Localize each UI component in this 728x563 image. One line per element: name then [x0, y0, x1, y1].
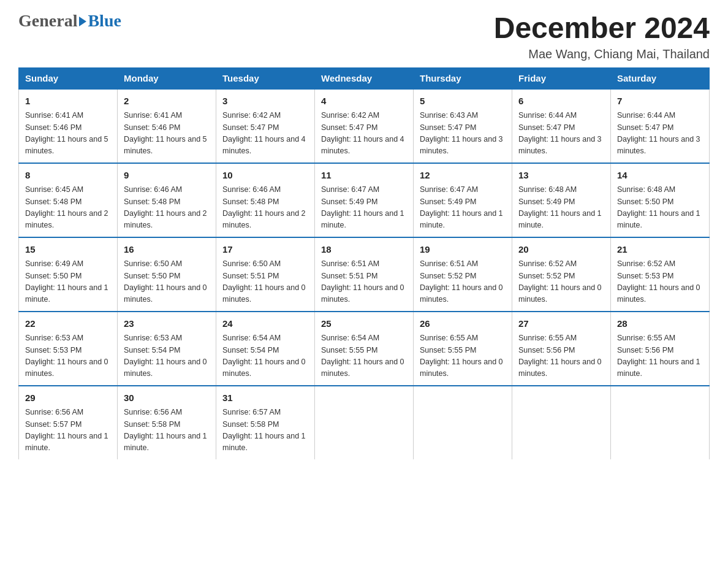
- calendar-cell: 14Sunrise: 6:48 AMSunset: 5:50 PMDayligh…: [611, 163, 710, 237]
- day-info: Sunrise: 6:54 AMSunset: 5:55 PMDaylight:…: [321, 332, 407, 380]
- calendar-cell: 7Sunrise: 6:44 AMSunset: 5:47 PMDaylight…: [611, 89, 710, 163]
- day-number: 4: [321, 94, 407, 109]
- day-number: 15: [25, 243, 111, 257]
- main-title: December 2024: [494, 12, 710, 45]
- calendar-table: Sunday Monday Tuesday Wednesday Thursday…: [18, 67, 710, 459]
- day-info: Sunrise: 6:49 AMSunset: 5:50 PMDaylight:…: [25, 258, 111, 306]
- calendar-cell: 22Sunrise: 6:53 AMSunset: 5:53 PMDayligh…: [19, 312, 118, 386]
- col-monday: Monday: [118, 67, 216, 89]
- calendar-cell: 1Sunrise: 6:41 AMSunset: 5:46 PMDaylight…: [19, 89, 118, 163]
- calendar-cell: [611, 386, 710, 459]
- calendar-cell: 26Sunrise: 6:55 AMSunset: 5:55 PMDayligh…: [414, 312, 512, 386]
- col-friday: Friday: [512, 67, 611, 89]
- day-info: Sunrise: 6:41 AMSunset: 5:46 PMDaylight:…: [124, 110, 210, 158]
- calendar-week-row: 22Sunrise: 6:53 AMSunset: 5:53 PMDayligh…: [19, 312, 710, 386]
- day-number: 3: [222, 94, 308, 109]
- calendar-cell: 8Sunrise: 6:45 AMSunset: 5:48 PMDaylight…: [19, 163, 118, 237]
- logo-triangle-icon: [79, 17, 86, 26]
- day-number: 29: [25, 391, 111, 405]
- day-number: 31: [222, 391, 308, 405]
- logo-blue-word: Blue: [88, 12, 121, 29]
- calendar-cell: 12Sunrise: 6:47 AMSunset: 5:49 PMDayligh…: [414, 163, 512, 237]
- calendar-cell: 2Sunrise: 6:41 AMSunset: 5:46 PMDaylight…: [118, 89, 216, 163]
- day-number: 1: [25, 94, 111, 109]
- day-number: 18: [321, 243, 407, 257]
- day-number: 12: [420, 169, 506, 183]
- day-number: 11: [321, 169, 407, 183]
- day-number: 20: [518, 243, 604, 257]
- calendar-cell: 10Sunrise: 6:46 AMSunset: 5:48 PMDayligh…: [216, 163, 315, 237]
- day-number: 9: [124, 169, 210, 183]
- day-info: Sunrise: 6:48 AMSunset: 5:50 PMDaylight:…: [617, 184, 703, 232]
- day-number: 5: [420, 94, 506, 109]
- day-info: Sunrise: 6:47 AMSunset: 5:49 PMDaylight:…: [420, 184, 506, 232]
- day-number: 14: [617, 169, 703, 183]
- calendar-cell: 4Sunrise: 6:42 AMSunset: 5:47 PMDaylight…: [315, 89, 414, 163]
- day-number: 19: [420, 243, 506, 257]
- day-info: Sunrise: 6:51 AMSunset: 5:52 PMDaylight:…: [420, 258, 506, 306]
- day-info: Sunrise: 6:46 AMSunset: 5:48 PMDaylight:…: [124, 184, 210, 232]
- calendar-cell: 13Sunrise: 6:48 AMSunset: 5:49 PMDayligh…: [512, 163, 611, 237]
- day-number: 26: [420, 317, 506, 331]
- day-info: Sunrise: 6:43 AMSunset: 5:47 PMDaylight:…: [420, 110, 506, 158]
- day-number: 6: [518, 94, 604, 109]
- calendar-week-row: 29Sunrise: 6:56 AMSunset: 5:57 PMDayligh…: [19, 386, 710, 459]
- day-number: 21: [617, 243, 703, 257]
- calendar-week-row: 15Sunrise: 6:49 AMSunset: 5:50 PMDayligh…: [19, 237, 710, 312]
- page-header: General Blue December 2024 Mae Wang, Chi…: [18, 12, 710, 61]
- day-number: 7: [617, 94, 703, 109]
- calendar-cell: 19Sunrise: 6:51 AMSunset: 5:52 PMDayligh…: [414, 237, 512, 312]
- calendar-cell: 29Sunrise: 6:56 AMSunset: 5:57 PMDayligh…: [19, 386, 118, 459]
- calendar-cell: 5Sunrise: 6:43 AMSunset: 5:47 PMDaylight…: [414, 89, 512, 163]
- day-number: 23: [124, 317, 210, 331]
- col-thursday: Thursday: [414, 67, 512, 89]
- day-number: 2: [124, 94, 210, 109]
- day-info: Sunrise: 6:50 AMSunset: 5:50 PMDaylight:…: [124, 258, 210, 306]
- day-info: Sunrise: 6:56 AMSunset: 5:58 PMDaylight:…: [124, 407, 210, 454]
- logo-general-word: General: [18, 11, 77, 30]
- day-info: Sunrise: 6:56 AMSunset: 5:57 PMDaylight:…: [25, 407, 111, 454]
- calendar-cell: 20Sunrise: 6:52 AMSunset: 5:52 PMDayligh…: [512, 237, 611, 312]
- calendar-cell: 6Sunrise: 6:44 AMSunset: 5:47 PMDaylight…: [512, 89, 611, 163]
- calendar-body: 1Sunrise: 6:41 AMSunset: 5:46 PMDaylight…: [19, 89, 710, 459]
- col-sunday: Sunday: [19, 67, 118, 89]
- day-number: 16: [124, 243, 210, 257]
- logo: General Blue: [18, 12, 121, 29]
- day-info: Sunrise: 6:52 AMSunset: 5:52 PMDaylight:…: [518, 258, 604, 306]
- day-info: Sunrise: 6:50 AMSunset: 5:51 PMDaylight:…: [222, 258, 308, 306]
- day-info: Sunrise: 6:55 AMSunset: 5:56 PMDaylight:…: [518, 332, 604, 380]
- col-saturday: Saturday: [611, 67, 710, 89]
- calendar-cell: 24Sunrise: 6:54 AMSunset: 5:54 PMDayligh…: [216, 312, 315, 386]
- calendar-week-row: 8Sunrise: 6:45 AMSunset: 5:48 PMDaylight…: [19, 163, 710, 237]
- day-number: 8: [25, 169, 111, 183]
- calendar-cell: 21Sunrise: 6:52 AMSunset: 5:53 PMDayligh…: [611, 237, 710, 312]
- calendar-cell: 30Sunrise: 6:56 AMSunset: 5:58 PMDayligh…: [118, 386, 216, 459]
- day-number: 28: [617, 317, 703, 331]
- calendar-cell: 28Sunrise: 6:55 AMSunset: 5:56 PMDayligh…: [611, 312, 710, 386]
- calendar-cell: 25Sunrise: 6:54 AMSunset: 5:55 PMDayligh…: [315, 312, 414, 386]
- calendar-cell: [414, 386, 512, 459]
- day-info: Sunrise: 6:55 AMSunset: 5:56 PMDaylight:…: [617, 332, 703, 380]
- day-info: Sunrise: 6:41 AMSunset: 5:46 PMDaylight:…: [25, 110, 111, 158]
- day-info: Sunrise: 6:54 AMSunset: 5:54 PMDaylight:…: [222, 332, 308, 380]
- header-row: Sunday Monday Tuesday Wednesday Thursday…: [19, 67, 710, 89]
- day-info: Sunrise: 6:57 AMSunset: 5:58 PMDaylight:…: [222, 407, 308, 454]
- day-info: Sunrise: 6:42 AMSunset: 5:47 PMDaylight:…: [222, 110, 308, 158]
- day-info: Sunrise: 6:46 AMSunset: 5:48 PMDaylight:…: [222, 184, 308, 232]
- day-info: Sunrise: 6:52 AMSunset: 5:53 PMDaylight:…: [617, 258, 703, 306]
- logo-blue-text: Blue: [88, 12, 121, 29]
- day-info: Sunrise: 6:51 AMSunset: 5:51 PMDaylight:…: [321, 258, 407, 306]
- calendar-cell: 3Sunrise: 6:42 AMSunset: 5:47 PMDaylight…: [216, 89, 315, 163]
- day-info: Sunrise: 6:42 AMSunset: 5:47 PMDaylight:…: [321, 110, 407, 158]
- calendar-cell: 31Sunrise: 6:57 AMSunset: 5:58 PMDayligh…: [216, 386, 315, 459]
- day-number: 24: [222, 317, 308, 331]
- calendar-week-row: 1Sunrise: 6:41 AMSunset: 5:46 PMDaylight…: [19, 89, 710, 163]
- col-wednesday: Wednesday: [315, 67, 414, 89]
- day-number: 30: [124, 391, 210, 405]
- day-number: 10: [222, 169, 308, 183]
- day-info: Sunrise: 6:44 AMSunset: 5:47 PMDaylight:…: [617, 110, 703, 158]
- title-block: December 2024 Mae Wang, Chiang Mai, Thai…: [494, 12, 710, 61]
- col-tuesday: Tuesday: [216, 67, 315, 89]
- calendar-cell: 15Sunrise: 6:49 AMSunset: 5:50 PMDayligh…: [19, 237, 118, 312]
- day-number: 17: [222, 243, 308, 257]
